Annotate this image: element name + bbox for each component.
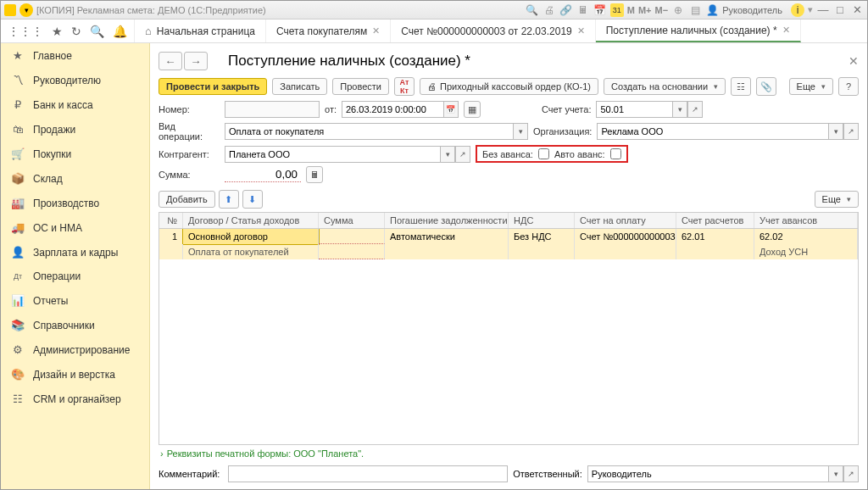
- sidebar-item-stock[interactable]: 📦Склад: [1, 166, 149, 191]
- sidebar-item-design[interactable]: 🎨Дизайн и верстка: [1, 362, 149, 387]
- col-advance[interactable]: Учет авансов: [754, 213, 858, 228]
- table-more-button[interactable]: Еще: [815, 191, 859, 208]
- col-vat[interactable]: НДС: [509, 213, 575, 228]
- help-button[interactable]: ?: [838, 77, 859, 96]
- minimize-icon[interactable]: —: [816, 3, 830, 17]
- sidebar-item-assets[interactable]: 🚚ОС и НМА: [1, 215, 149, 240]
- table-row[interactable]: 1 Основной договор Автоматически Без НДС…: [159, 229, 858, 244]
- sidebar-item-operations[interactable]: ДтОперации: [1, 264, 149, 288]
- open-icon[interactable]: ↗: [843, 465, 859, 482]
- close-icon[interactable]: ✕: [850, 3, 864, 17]
- calc-icon[interactable]: 🖩: [576, 3, 590, 17]
- more-button[interactable]: Еще: [789, 78, 833, 95]
- op-type-field[interactable]: [225, 123, 513, 140]
- attach-button[interactable]: 📎: [756, 77, 776, 96]
- star-icon[interactable]: ★: [52, 25, 63, 38]
- m-plus-icon[interactable]: M+: [638, 5, 652, 15]
- open-icon[interactable]: ↗: [843, 123, 859, 140]
- sidebar-item-reports[interactable]: 📊Отчеты: [1, 288, 149, 313]
- calendar-icon[interactable]: 📅: [593, 3, 607, 17]
- sidebar-item-crm[interactable]: ☷CRM и органайзер: [1, 387, 149, 411]
- cell-invoice[interactable]: Счет №000000000003 от 22.03.2019: [575, 229, 676, 244]
- cell-vat[interactable]: Без НДС: [509, 229, 575, 244]
- contragent-field[interactable]: [225, 146, 440, 163]
- sidebar-item-admin[interactable]: ⚙Администрирование: [1, 337, 149, 362]
- back-button[interactable]: ←: [159, 52, 182, 70]
- cell-sum[interactable]: [319, 229, 385, 244]
- day-icon[interactable]: 31: [610, 3, 624, 17]
- cell-income[interactable]: Оплата от покупателей: [183, 244, 319, 259]
- print-order-button[interactable]: 🖨Приходный кассовый ордер (КО-1): [420, 78, 598, 95]
- chevron-down-icon[interactable]: ▾: [513, 123, 528, 140]
- tab-close-icon[interactable]: ✕: [372, 25, 380, 36]
- refresh-icon[interactable]: ▦: [464, 101, 481, 118]
- move-down-button[interactable]: ⬇: [242, 190, 263, 209]
- col-sum[interactable]: Сумма: [319, 213, 385, 228]
- number-field[interactable]: [225, 101, 320, 118]
- org-field[interactable]: [597, 123, 828, 140]
- date-field[interactable]: [342, 101, 443, 118]
- sidebar-item-sales[interactable]: 🛍Продажи: [1, 117, 149, 142]
- post-and-close-button[interactable]: Провести и закрыть: [159, 78, 267, 95]
- sidebar-item-main[interactable]: ★Главное: [1, 43, 149, 68]
- sidebar-item-production[interactable]: 🏭Производство: [1, 191, 149, 215]
- sidebar-item-refs[interactable]: 📚Справочники: [1, 313, 149, 337]
- sidebar-item-bank[interactable]: ₽Банк и касса: [1, 92, 149, 117]
- col-repayment[interactable]: Погашение задолженности: [385, 213, 509, 228]
- print-requisites-link[interactable]: Реквизиты печатной формы: ООО "Планета".: [159, 445, 859, 462]
- page-close-icon[interactable]: ✕: [849, 54, 859, 68]
- chevron-down-icon[interactable]: ▾: [672, 101, 687, 118]
- cell-advance[interactable]: 62.02: [754, 229, 858, 244]
- sidebar-item-purchases[interactable]: 🛒Покупки: [1, 142, 149, 166]
- post-button[interactable]: Провести: [332, 78, 389, 95]
- chevron-down-icon[interactable]: ▾: [828, 123, 843, 140]
- print-icon[interactable]: 🖨: [542, 3, 556, 17]
- cell-number[interactable]: 1: [159, 229, 183, 244]
- info-icon[interactable]: i: [791, 3, 804, 17]
- sum-field[interactable]: [225, 167, 301, 182]
- structure-button[interactable]: ☷: [731, 77, 751, 96]
- table-row-sub[interactable]: Оплата от покупателей Доход УСН: [159, 244, 858, 259]
- responsible-field[interactable]: [587, 465, 828, 482]
- tab-close-icon[interactable]: ✕: [577, 25, 585, 36]
- tab-cash-in[interactable]: Поступление наличных (создание) * ✕: [596, 19, 801, 42]
- note-icon[interactable]: ▤: [688, 3, 702, 17]
- cell-repayment[interactable]: Автоматически: [385, 229, 509, 244]
- col-number[interactable]: №: [159, 213, 183, 228]
- apps-icon[interactable]: ⋮⋮⋮: [8, 25, 43, 38]
- comment-field[interactable]: [228, 465, 508, 482]
- dtkt-button[interactable]: АтКт: [394, 77, 415, 96]
- sidebar-item-salary[interactable]: 👤Зарплата и кадры: [1, 240, 149, 264]
- no-advance-checkbox[interactable]: [538, 148, 549, 159]
- forward-button[interactable]: →: [184, 52, 208, 70]
- move-up-button[interactable]: ⬆: [219, 190, 239, 209]
- user-name[interactable]: Руководитель: [722, 5, 782, 15]
- m-minus-icon[interactable]: M−: [655, 5, 669, 15]
- chevron-down-icon[interactable]: ▾: [440, 146, 455, 163]
- open-icon[interactable]: ↗: [455, 146, 470, 163]
- dropdown-icon[interactable]: ▾: [19, 3, 33, 17]
- calc-icon[interactable]: 🖩: [306, 166, 323, 183]
- tab-close-icon[interactable]: ✕: [782, 25, 790, 36]
- account-field[interactable]: [596, 101, 672, 118]
- col-invoice[interactable]: Счет на оплату: [575, 213, 676, 228]
- cell-settlement[interactable]: 62.01: [676, 229, 754, 244]
- create-based-button[interactable]: Создать на основании: [604, 78, 726, 95]
- calendar-icon[interactable]: 📅: [443, 101, 459, 118]
- add-row-button[interactable]: Добавить: [159, 191, 215, 208]
- tab-invoices[interactable]: Счета покупателям ✕: [266, 19, 391, 42]
- search-nav-icon[interactable]: 🔍: [90, 25, 104, 38]
- search-icon[interactable]: 🔍: [526, 3, 539, 17]
- save-button[interactable]: Записать: [272, 78, 327, 95]
- history-icon[interactable]: ↻: [71, 25, 81, 38]
- tab-invoice-doc[interactable]: Счет №000000000003 от 22.03.2019 ✕: [391, 19, 595, 42]
- auto-advance-checkbox[interactable]: [610, 148, 621, 159]
- m-icon[interactable]: M: [627, 5, 635, 15]
- link-icon[interactable]: 🔗: [559, 3, 573, 17]
- tab-home[interactable]: ⌂ Начальная страница: [135, 19, 266, 42]
- cell-contract[interactable]: Основной договор: [183, 229, 319, 244]
- bell-icon[interactable]: 🔔: [113, 25, 127, 38]
- open-icon[interactable]: ↗: [687, 101, 703, 118]
- cell-advance-sub[interactable]: Доход УСН: [754, 244, 858, 259]
- sidebar-item-manager[interactable]: 〽Руководителю: [1, 68, 149, 92]
